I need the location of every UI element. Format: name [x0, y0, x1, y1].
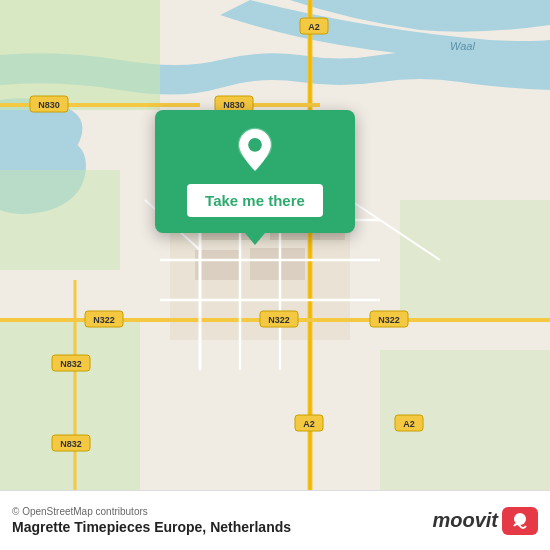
footer: © OpenStreetMap contributors Magrette Ti… — [0, 490, 550, 550]
svg-text:N832: N832 — [60, 439, 82, 449]
svg-rect-1 — [0, 0, 160, 110]
moovit-icon — [502, 507, 538, 535]
svg-rect-10 — [250, 248, 305, 280]
svg-text:Waal: Waal — [450, 40, 475, 52]
svg-text:A2: A2 — [308, 22, 320, 32]
map-background: N830 N830 A2 Waal N322 N322 N322 N832 N8… — [0, 0, 550, 490]
svg-text:N832: N832 — [60, 359, 82, 369]
location-title: Magrette Timepieces Europe, Netherlands — [12, 519, 291, 535]
svg-text:A2: A2 — [403, 419, 415, 429]
moovit-logo-text: moovit — [432, 509, 498, 532]
svg-point-49 — [248, 138, 262, 152]
location-pin-icon — [231, 126, 279, 174]
svg-rect-9 — [195, 250, 240, 280]
svg-text:N322: N322 — [268, 315, 290, 325]
svg-text:N830: N830 — [38, 100, 60, 110]
svg-point-50 — [514, 513, 526, 525]
osm-attribution: © OpenStreetMap contributors — [12, 506, 291, 517]
footer-info: © OpenStreetMap contributors Magrette Ti… — [12, 506, 291, 535]
svg-rect-2 — [0, 170, 120, 270]
svg-text:N830: N830 — [223, 100, 245, 110]
svg-rect-4 — [400, 200, 550, 320]
svg-text:N322: N322 — [93, 315, 115, 325]
svg-text:N322: N322 — [378, 315, 400, 325]
take-me-there-button[interactable]: Take me there — [187, 184, 323, 217]
map-container: N830 N830 A2 Waal N322 N322 N322 N832 N8… — [0, 0, 550, 490]
svg-rect-3 — [0, 320, 140, 490]
svg-text:A2: A2 — [303, 419, 315, 429]
moovit-logo: moovit — [432, 507, 538, 535]
location-popup[interactable]: Take me there — [155, 110, 355, 233]
